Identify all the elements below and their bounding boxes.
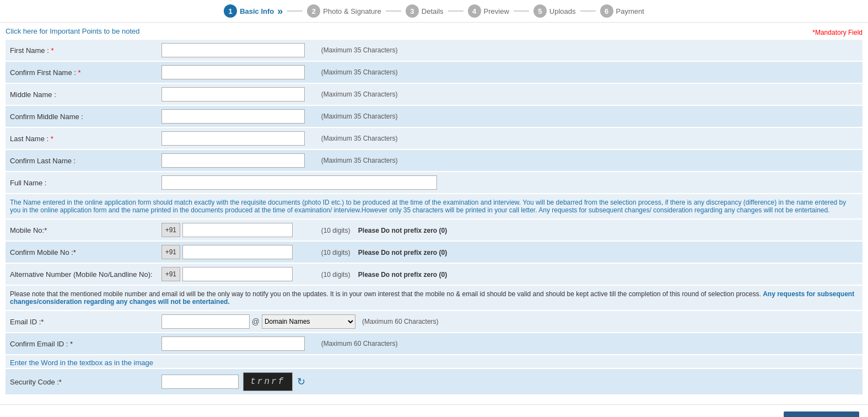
step-1-chevron: »: [277, 6, 283, 17]
step-1-label: Basic Info: [240, 7, 274, 15]
confirm-middle-name-hint: (Maximum 35 Characters): [317, 105, 862, 127]
mobile-input[interactable]: [182, 223, 293, 237]
full-name-input[interactable]: [161, 175, 437, 190]
confirm-email-label: Confirm Email ID : *: [6, 333, 157, 355]
confirm-email-hint: (Maximum 60 Characters): [317, 333, 862, 355]
full-name-row: Full Name :: [6, 172, 862, 194]
confirm-middle-name-input[interactable]: [161, 109, 305, 124]
mobile-phone-group: +91: [161, 223, 312, 237]
security-code-input[interactable]: [161, 375, 239, 389]
email-label: Email ID :*: [6, 311, 157, 333]
last-name-input[interactable]: [161, 131, 305, 146]
at-sign: @: [252, 317, 260, 326]
step-sep-4: [514, 10, 529, 12]
confirm-last-name-input[interactable]: [161, 153, 305, 168]
step-2-label: Photo & Signature: [323, 7, 381, 15]
confirm-email-input[interactable]: [161, 336, 305, 351]
step-5[interactable]: 5 Uploads: [533, 4, 576, 18]
step-sep-5: [580, 10, 596, 12]
last-name-label: Last Name : *: [6, 127, 157, 149]
step-4-label: Preview: [484, 7, 509, 15]
step-3[interactable]: 3 Details: [406, 4, 444, 18]
bottom-bar: Save & Next: [0, 404, 868, 417]
domain-select[interactable]: Domain Names gmail.com yahoo.com hotmail…: [262, 314, 355, 329]
top-bar: Click here for Important Points to be no…: [6, 27, 862, 38]
last-name-hint: (Maximum 35 Characters): [317, 127, 862, 149]
middle-name-hint: (Maximum 35 Characters): [317, 83, 862, 105]
enter-word-text: Enter the Word in the textbox as in the …: [10, 359, 153, 367]
form-table: First Name : * (Maximum 35 Characters) C…: [6, 40, 862, 395]
confirm-first-name-input[interactable]: [161, 65, 305, 79]
mobile-warn: Please Do not prefix zero (0): [358, 227, 447, 234]
confirm-first-name-row: Confirm First Name : * (Maximum 35 Chara…: [6, 61, 862, 83]
confirm-mobile-warn: Please Do not prefix zero (0): [358, 249, 447, 256]
mobile-label: Mobile No:*: [6, 219, 157, 241]
first-name-label: First Name : *: [6, 40, 157, 61]
step-sep-3: [448, 10, 463, 12]
step-4[interactable]: 4 Preview: [468, 4, 509, 18]
step-sep-2: [386, 10, 401, 12]
alt-number-input[interactable]: [182, 267, 293, 281]
step-sep-1: [287, 10, 303, 12]
step-5-num: 5: [533, 4, 547, 18]
confirm-mobile-country-code: +91: [161, 245, 180, 259]
alt-number-hint: (10 digits): [321, 271, 351, 279]
step-3-label: Details: [422, 7, 444, 15]
mobile-notice-row: Please note that the mentioned mobile nu…: [6, 285, 862, 311]
enter-word-row: Enter the Word in the textbox as in the …: [6, 355, 862, 368]
alt-number-row: Alternative Number (Mobile No/Landline N…: [6, 263, 862, 285]
step-6-label: Payment: [616, 7, 644, 15]
email-hint: (Maximum 60 Characters): [358, 318, 439, 325]
name-notice-row: The Name entered in the online applicati…: [6, 194, 862, 219]
step-6[interactable]: 6 Payment: [600, 4, 644, 18]
alt-number-warn: Please Do not prefix zero (0): [358, 271, 447, 279]
confirm-middle-name-label: Confirm Middle Name :: [6, 105, 157, 127]
confirm-last-name-label: Confirm Last Name :: [6, 149, 157, 172]
confirm-middle-name-row: Confirm Middle Name : (Maximum 35 Charac…: [6, 105, 862, 127]
captcha-image: trnrf: [243, 372, 293, 391]
alt-number-label: Alternative Number (Mobile No/Landline N…: [6, 263, 157, 285]
confirm-mobile-input[interactable]: [182, 245, 293, 259]
security-code-label: Security Code :*: [6, 368, 157, 395]
step-1-num: 1: [224, 4, 237, 18]
confirm-mobile-label: Confirm Mobile No :*: [6, 241, 157, 263]
name-notice-text: The Name entered in the online applicati…: [6, 194, 862, 219]
confirm-last-name-row: Confirm Last Name : (Maximum 35 Characte…: [6, 149, 862, 172]
step-4-num: 4: [468, 4, 481, 18]
alt-country-code: +91: [161, 267, 180, 281]
step-1[interactable]: 1 Basic Info »: [224, 4, 283, 18]
confirm-email-row: Confirm Email ID : * (Maximum 60 Charact…: [6, 333, 862, 355]
email-row: Email ID :* @ Domain Names gmail.com yah…: [6, 311, 862, 333]
step-2[interactable]: 2 Photo & Signature: [307, 4, 381, 18]
full-name-label: Full Name :: [6, 172, 157, 194]
confirm-mobile-row: Confirm Mobile No :* +91 (10 digits) Ple…: [6, 241, 862, 263]
step-6-num: 6: [600, 4, 613, 18]
email-input[interactable]: [161, 314, 250, 329]
alt-phone-group: +91: [161, 267, 312, 281]
confirm-mobile-phone-group: +91: [161, 245, 312, 259]
last-name-row: Last Name : * (Maximum 35 Characters): [6, 127, 862, 149]
content-area: Click here for Important Points to be no…: [0, 23, 868, 400]
step-3-num: 3: [406, 4, 419, 18]
confirm-mobile-hint: (10 digits): [321, 249, 351, 256]
first-name-hint: (Maximum 35 Characters): [317, 40, 862, 61]
security-code-row: Security Code :* trnrf ↻: [6, 368, 862, 395]
middle-name-label: Middle Name :: [6, 83, 157, 105]
mandatory-note: *Mandatory Field: [812, 29, 862, 36]
step-5-label: Uploads: [549, 7, 576, 15]
confirm-first-name-label: Confirm First Name : *: [6, 61, 157, 83]
first-name-input[interactable]: [161, 43, 305, 57]
mobile-hint: (10 digits): [321, 227, 351, 234]
first-name-row: First Name : * (Maximum 35 Characters): [6, 40, 862, 61]
mobile-row: Mobile No:* +91 (10 digits) Please Do no…: [6, 219, 862, 241]
middle-name-row: Middle Name : (Maximum 35 Characters): [6, 83, 862, 105]
save-next-button[interactable]: Save & Next: [784, 411, 859, 417]
email-group: @ Domain Names gmail.com yahoo.com hotma…: [161, 314, 858, 329]
refresh-captcha-icon[interactable]: ↻: [297, 376, 305, 388]
security-group: trnrf ↻: [161, 372, 858, 391]
mobile-notice-1: Please note that the mentioned mobile nu…: [10, 290, 761, 298]
important-points-link[interactable]: Click here for Important Points to be no…: [6, 27, 140, 35]
mobile-country-code: +91: [161, 223, 180, 237]
confirm-last-name-hint: (Maximum 35 Characters): [317, 149, 862, 172]
middle-name-input[interactable]: [161, 87, 305, 101]
